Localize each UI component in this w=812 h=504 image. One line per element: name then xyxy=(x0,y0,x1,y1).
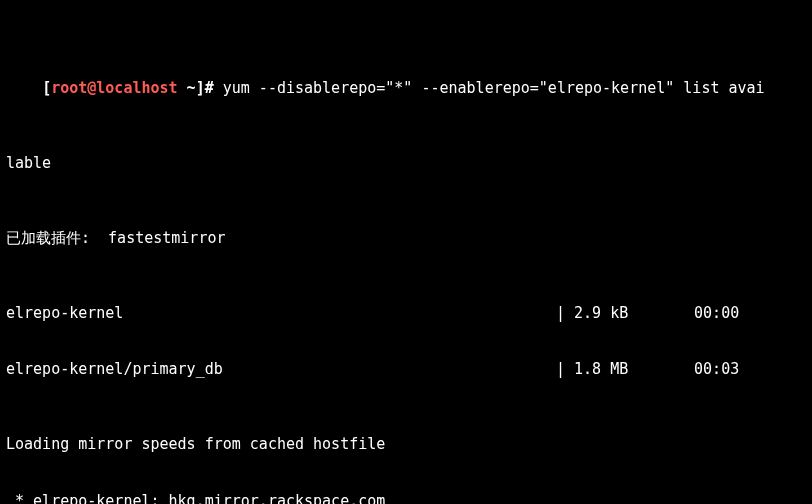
mirror-loading-line: Loading mirror speeds from cached hostfi… xyxy=(6,435,806,454)
prompt-path: ~ xyxy=(178,79,196,97)
repo-time: 00:03 xyxy=(694,360,806,379)
repo-name: elrepo-kernel/primary_db xyxy=(6,360,556,379)
repo-time: 00:00 xyxy=(694,304,806,323)
terminal-output[interactable]: [root@localhost ~]# yum --disablerepo="*… xyxy=(0,0,812,504)
plugins-line: 已加载插件: fastestmirror xyxy=(6,229,806,248)
prompt-bracket-close: ]# xyxy=(196,79,223,97)
prompt-bracket-open: [ xyxy=(42,79,51,97)
separator: | xyxy=(556,360,574,379)
download-progress-row: elrepo-kernel| 2.9 kB00:00 xyxy=(6,304,806,323)
prompt-hostname: root@localhost xyxy=(51,79,177,97)
prompt-line-1: [root@localhost ~]# yum --disablerepo="*… xyxy=(6,60,806,116)
separator: | xyxy=(556,304,574,323)
repo-size: 1.8 MB xyxy=(574,360,694,379)
command-text-1: yum --disablerepo="*" --enablerepo="elre… xyxy=(223,79,765,97)
mirror-host-line: * elrepo-kernel: hkg.mirror.rackspace.co… xyxy=(6,492,806,505)
repo-name: elrepo-kernel xyxy=(6,304,556,323)
command-text-2: lable xyxy=(6,154,806,173)
repo-size: 2.9 kB xyxy=(574,304,694,323)
download-progress-row: elrepo-kernel/primary_db| 1.8 MB00:03 xyxy=(6,360,806,379)
